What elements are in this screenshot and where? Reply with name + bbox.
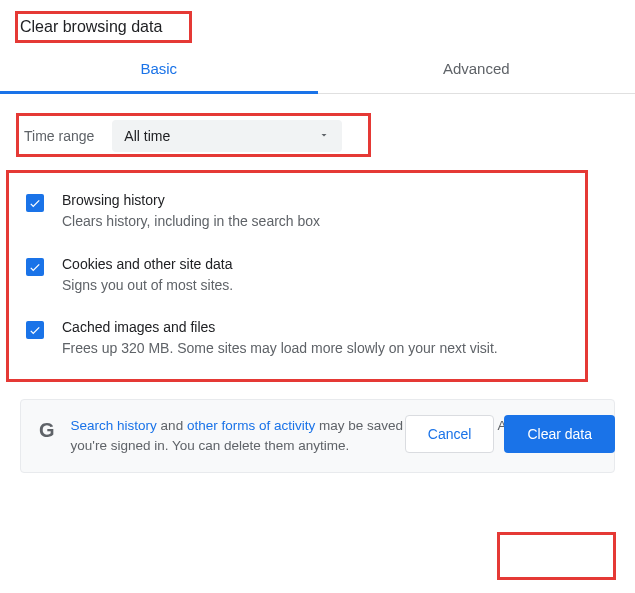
link-other-activity[interactable]: other forms of activity <box>187 418 315 433</box>
option-title: Cached images and files <box>62 319 609 335</box>
option-browsing-history: Browsing history Clears history, includi… <box>20 182 615 246</box>
tab-basic[interactable]: Basic <box>0 46 318 94</box>
check-icon <box>28 196 42 210</box>
google-logo-icon: G <box>39 416 55 440</box>
highlight-box <box>497 532 616 580</box>
options-list: Browsing history Clears history, includi… <box>8 172 627 383</box>
tabs: Basic Advanced <box>0 46 635 94</box>
checkbox-cookies[interactable] <box>26 258 44 276</box>
time-range-value: All time <box>124 128 170 144</box>
dialog-footer: Cancel Clear data <box>405 415 619 457</box>
tab-advanced[interactable]: Advanced <box>318 46 636 93</box>
time-range-label: Time range <box>24 128 102 144</box>
option-desc: Signs you out of most sites. <box>62 276 609 296</box>
option-title: Cookies and other site data <box>62 256 609 272</box>
checkbox-cached[interactable] <box>26 321 44 339</box>
dialog-title: Clear browsing data <box>0 0 635 46</box>
time-range-row: Time range All time <box>20 112 615 160</box>
checkbox-browsing-history[interactable] <box>26 194 44 212</box>
cancel-button[interactable]: Cancel <box>405 415 495 453</box>
clear-browsing-data-dialog: Clear browsing data Basic Advanced Time … <box>0 0 635 473</box>
link-search-history[interactable]: Search history <box>71 418 157 433</box>
option-desc: Frees up 320 MB. Some sites may load mor… <box>62 339 609 359</box>
option-title: Browsing history <box>62 192 609 208</box>
option-cookies: Cookies and other site data Signs you ou… <box>20 246 615 310</box>
option-cached: Cached images and files Frees up 320 MB.… <box>20 309 615 373</box>
check-icon <box>28 260 42 274</box>
clear-data-button[interactable]: Clear data <box>504 415 615 453</box>
option-desc: Clears history, including in the search … <box>62 212 609 232</box>
time-range-select[interactable]: All time <box>112 120 342 152</box>
chevron-down-icon <box>318 128 330 144</box>
check-icon <box>28 323 42 337</box>
